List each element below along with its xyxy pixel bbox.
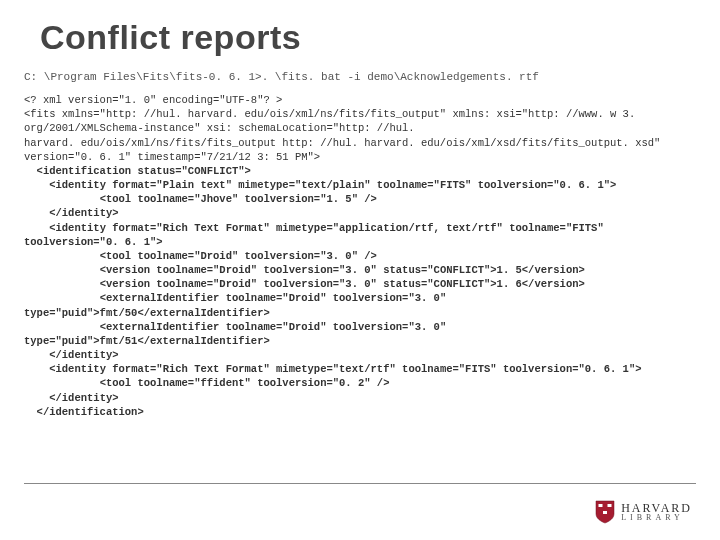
xml-header: <? xml version="1. 0" encoding="UTF-8"? … bbox=[24, 94, 667, 163]
svg-rect-1 bbox=[608, 504, 612, 507]
logo-sub: LIBRARY bbox=[621, 514, 692, 522]
page-title: Conflict reports bbox=[40, 18, 696, 57]
logo-text: HARVARD LIBRARY bbox=[621, 502, 692, 523]
harvard-logo: HARVARD LIBRARY bbox=[595, 500, 692, 524]
xml-identification-block: <identification status="CONFLICT"> <iden… bbox=[24, 165, 642, 418]
xml-output: <? xml version="1. 0" encoding="UTF-8"? … bbox=[24, 93, 696, 419]
shield-icon bbox=[595, 500, 615, 524]
command-line: C: \Program Files\Fits\fits-0. 6. 1>. \f… bbox=[24, 71, 696, 83]
svg-rect-2 bbox=[603, 511, 607, 514]
divider bbox=[24, 483, 696, 484]
svg-rect-0 bbox=[599, 504, 603, 507]
